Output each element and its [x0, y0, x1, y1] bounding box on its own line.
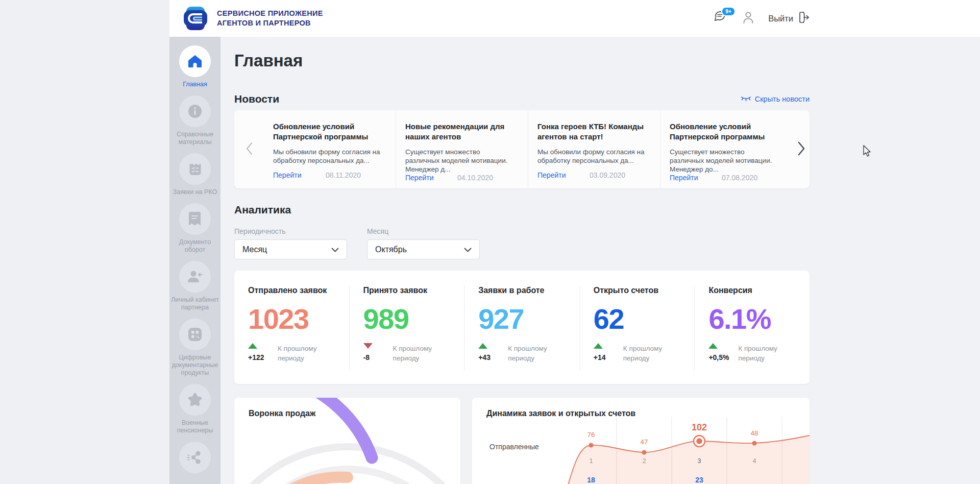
share-icon: [179, 442, 211, 473]
news-card-date: 04.10.2020: [457, 174, 493, 182]
chevron-left-icon: [246, 141, 253, 158]
kpi-delta: +0,5%: [708, 353, 729, 361]
news-card-title: Гонка героев КТБ! Команды агентов на ста…: [537, 122, 647, 142]
periodicity-select[interactable]: Месяц: [234, 239, 347, 259]
sidebar: Главная Справочные материалы Заявки на Р…: [169, 37, 220, 484]
news-next-button[interactable]: [792, 110, 810, 188]
sidebar-item-reference-materials[interactable]: Справочные материалы: [169, 95, 220, 146]
chevron-down-icon: [464, 245, 472, 254]
chevron-right-icon: [797, 140, 805, 159]
sidebar-item-document-flow[interactable]: Документо оборот: [169, 203, 220, 254]
chevron-down-icon: [331, 245, 339, 254]
blue-value-label: 23: [695, 476, 703, 484]
kpi-delta: +14: [594, 353, 606, 361]
trend-up-icon: [708, 343, 718, 349]
news-card[interactable]: Обновление условий Партнерской программы…: [264, 110, 396, 188]
dynamics-series-label: Отправленные: [489, 443, 539, 451]
sidebar-item-partner-account[interactable]: Личный кабинет партнера: [169, 261, 220, 311]
sidebar-item-label: Документо оборот: [170, 238, 219, 254]
hide-news-label: Скрыть новости: [755, 95, 810, 103]
sidebar-item-home[interactable]: Главная: [169, 45, 220, 88]
kpi-delta: +43: [478, 353, 491, 361]
filter-label: Периодичность: [234, 227, 347, 235]
app-logo-icon: [183, 6, 208, 31]
kpi-caption: К прошлому периоду: [393, 343, 440, 363]
news-card-link[interactable]: Перейти: [273, 171, 301, 179]
kpi-value: 927: [478, 303, 579, 335]
kpi-title: Заявки в работе: [478, 286, 579, 295]
info-icon: [179, 95, 211, 127]
kpi-delta: +122: [248, 353, 264, 361]
kpi-caption: К прошлому периоду: [738, 343, 785, 363]
trend-down-icon: [363, 343, 373, 349]
x-tick: 2: [643, 457, 646, 465]
sales-funnel-chart: [234, 398, 460, 484]
sidebar-item-share[interactable]: [169, 442, 220, 473]
data-point[interactable]: [589, 443, 594, 448]
value-label: 76: [587, 431, 595, 439]
kpi-sent: Отправлено заявок 1023 +122 К прошлому п…: [234, 286, 349, 371]
sidebar-item-label: Главная: [170, 81, 219, 88]
user-icon: [742, 10, 755, 27]
news-card-title: Новые рекомендации для наших агентов: [405, 122, 514, 142]
logout-icon: [797, 11, 810, 26]
value-label: 48: [750, 429, 758, 437]
app-title-line1: СЕРВИСНОЕ ПРИЛОЖЕНИЕ: [217, 9, 323, 18]
news-card-link[interactable]: Перейти: [405, 174, 433, 182]
month-select[interactable]: Октябрь: [367, 239, 480, 259]
dynamics-title: Динамика заявок и открытых счетов: [472, 398, 810, 418]
news-prev-button[interactable]: [234, 110, 264, 188]
value-label-highlighted: 102: [692, 422, 707, 432]
select-value: Октябрь: [375, 245, 407, 254]
sidebar-item-rko-requests[interactable]: Заявки на РКО: [169, 153, 220, 196]
x-tick: 1: [590, 457, 593, 465]
news-card[interactable]: Обновление условий Партнерской программы…: [660, 110, 792, 188]
news-card-date: 07.08.2020: [722, 174, 757, 182]
checklist-icon: [179, 153, 211, 185]
kpi-accepted: Принято заявок 989 -8 К прошлому периоду: [349, 286, 464, 371]
sales-funnel-card: Воронка продаж: [234, 398, 460, 484]
sidebar-item-label: Заявки на РКО: [170, 188, 219, 196]
kpi-in-progress: Заявки в работе 927 +43 К прошлому перио…: [464, 286, 579, 371]
news-card-title: Обновление условий Партнерской программы: [273, 122, 382, 142]
x-tick: 4: [753, 457, 756, 465]
sidebar-item-digital-products[interactable]: Цифровые документарные продукты: [169, 319, 220, 377]
news-card-link[interactable]: Перейти: [670, 174, 698, 182]
app-header: СЕРВИСНОЕ ПРИЛОЖЕНИЕ АГЕНТОВ И ПАРТНЕРОВ…: [169, 0, 980, 37]
kpi-title: Отправлено заявок: [248, 286, 349, 295]
trend-up-icon: [248, 343, 257, 349]
kpi-title: Конверсия: [708, 286, 810, 295]
news-card-date: 08.11.2020: [326, 171, 361, 179]
news-card-link[interactable]: Перейти: [537, 171, 566, 179]
periodicity-filter: Периодичность Месяц: [234, 227, 347, 259]
news-card-body: Мы обновили форму согласия на обработку …: [537, 148, 647, 165]
kpi-accounts-opened: Открыто счетов 62 +14 К прошлому периоду: [579, 286, 695, 371]
eye-off-icon: [741, 95, 751, 104]
news-card-title: Обновление условий Партнерской программы: [670, 122, 779, 142]
data-point-highlighted-core: [696, 438, 702, 444]
app-title: СЕРВИСНОЕ ПРИЛОЖЕНИЕ АГЕНТОВ И ПАРТНЕРОВ: [217, 9, 323, 28]
kpi-value: 1023: [248, 303, 349, 335]
logout-button[interactable]: Выйти: [768, 11, 810, 26]
news-card[interactable]: Гонка героев КТБ! Команды агентов на ста…: [528, 110, 660, 188]
profile-button[interactable]: [742, 10, 755, 27]
sidebar-item-military-pensioners[interactable]: Военные пенсионеры: [169, 384, 220, 434]
hide-news-button[interactable]: Скрыть новости: [741, 95, 810, 104]
data-point[interactable]: [642, 450, 647, 455]
kpi-panel: Отправлено заявок 1023 +122 К прошлому п…: [234, 271, 810, 384]
kpi-caption: К прошлому периоду: [623, 343, 670, 363]
news-card[interactable]: Новые рекомендации для наших агентов Сущ…: [396, 110, 528, 188]
news-card-date: 03.09.2020: [590, 171, 625, 179]
data-point[interactable]: [752, 441, 757, 446]
page-title: Главная: [234, 51, 810, 70]
blue-value-label: 18: [587, 476, 595, 484]
x-tick-selected: 3: [698, 457, 701, 465]
kpi-value: 989: [363, 303, 464, 335]
notifications-button[interactable]: 9+: [713, 10, 728, 27]
kpi-title: Принято заявок: [363, 286, 464, 295]
logout-label: Выйти: [768, 14, 793, 23]
trend-up-icon: [478, 343, 487, 349]
news-section-title: Новости: [234, 93, 279, 105]
kpi-conversion: Конверсия 6.1% +0,5% К прошлому периоду: [694, 286, 810, 371]
trend-up-icon: [594, 343, 603, 349]
